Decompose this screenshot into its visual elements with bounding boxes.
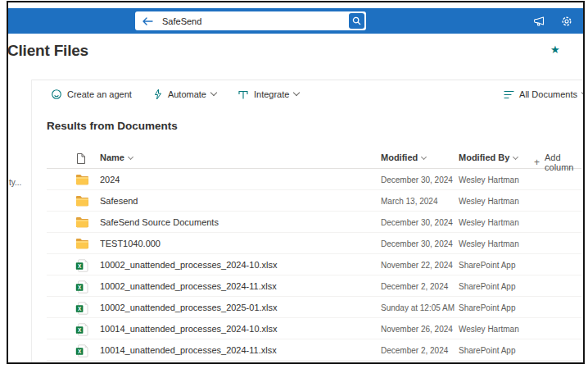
row-name[interactable]: SafeSend Source Documents bbox=[100, 217, 219, 227]
row-modified: December 2, 2024 bbox=[381, 282, 448, 291]
svg-text:X: X bbox=[78, 285, 82, 290]
svg-text:X: X bbox=[78, 327, 82, 333]
search-icon bbox=[352, 16, 361, 25]
row-name[interactable]: 10002_unattended_processes_2025-01.xlsx bbox=[100, 303, 278, 312]
chevron-down-icon bbox=[421, 153, 427, 159]
row-modified: December 30, 2024 bbox=[381, 218, 453, 227]
automate-button[interactable]: Automate bbox=[153, 89, 216, 100]
screenshot-canvas: SafeSend bbox=[0, 0, 588, 387]
sidebar-divider bbox=[31, 80, 32, 362]
integrate-label: Integrate bbox=[254, 89, 289, 99]
results-heading: Results from Documents bbox=[47, 120, 178, 132]
row-modified: December 2, 2024 bbox=[381, 346, 448, 355]
row-modified: March 13, 2024 bbox=[381, 197, 438, 206]
chevron-down-icon bbox=[293, 89, 300, 96]
folder-icon bbox=[75, 238, 89, 249]
table-row[interactable]: X Safesend March 13, 2024 Wesley Hartman bbox=[47, 190, 581, 212]
page-title: Client Files bbox=[7, 42, 88, 60]
svg-text:X: X bbox=[78, 263, 82, 269]
row-name[interactable]: 10014_unattended_processes_2024-11.xlsx bbox=[100, 345, 277, 355]
excel-file-icon: X bbox=[75, 323, 88, 336]
row-name[interactable]: Safesend bbox=[100, 196, 138, 206]
chevron-down-icon bbox=[513, 153, 518, 159]
app-window: SafeSend bbox=[7, 1, 585, 364]
table-header: Name Modified Modified By + Add column bbox=[47, 150, 581, 169]
gear-icon[interactable] bbox=[560, 15, 573, 28]
sidebar-item-truncated[interactable]: ty... bbox=[9, 178, 21, 187]
row-name[interactable]: 10002_unattended_processes_2024-11.xlsx bbox=[100, 281, 277, 291]
documents-table: Name Modified Modified By + Add column bbox=[47, 150, 581, 361]
row-modified-by: Wesley Hartman bbox=[459, 218, 519, 227]
create-agent-label: Create an agent bbox=[67, 89, 132, 99]
folder-icon bbox=[75, 174, 89, 185]
excel-file-icon: X bbox=[75, 344, 88, 357]
row-modified-by: Wesley Hartman bbox=[459, 239, 519, 248]
view-selector-label: All Documents bbox=[519, 89, 577, 99]
view-selector[interactable]: All Documents bbox=[504, 84, 585, 105]
folder-icon bbox=[75, 216, 89, 228]
table-row[interactable]: X SafeSend Source Documents December 30,… bbox=[47, 212, 581, 233]
row-name[interactable]: 2024 bbox=[100, 175, 120, 184]
column-header-modified-by[interactable]: Modified By bbox=[459, 153, 518, 162]
table-body: X 2024 December 30, 2024 Wesley Hartman … bbox=[47, 169, 581, 361]
svg-text:X: X bbox=[78, 348, 82, 354]
table-row[interactable]: X 10014_unattended_processes_2024-11.xls… bbox=[47, 339, 581, 361]
row-modified: December 30, 2024 bbox=[381, 175, 453, 184]
column-header-name[interactable]: Name bbox=[100, 153, 133, 162]
table-row[interactable]: X 10014_unattended_processes_2024-10.xls… bbox=[47, 318, 581, 339]
row-modified-by: Wesley Hartman bbox=[459, 175, 519, 184]
integrate-icon bbox=[237, 89, 249, 100]
row-name[interactable]: 10014_unattended_processes_2024-10.xlsx bbox=[100, 324, 278, 334]
suite-bar: SafeSend bbox=[8, 8, 583, 34]
suite-bar-icons bbox=[532, 8, 573, 34]
chevron-down-icon bbox=[210, 89, 217, 96]
command-bar: Create an agent Automate Integrate bbox=[51, 84, 299, 105]
automate-flow-icon bbox=[153, 89, 163, 100]
table-row[interactable]: X 2024 December 30, 2024 Wesley Hartman bbox=[47, 169, 581, 190]
chevron-down-icon bbox=[581, 89, 585, 96]
row-modified: December 30, 2024 bbox=[381, 239, 453, 248]
header-divider bbox=[31, 80, 583, 80]
row-modified: November 22, 2024 bbox=[381, 261, 453, 270]
view-filter-icon bbox=[504, 90, 514, 99]
excel-file-icon: X bbox=[75, 302, 88, 315]
svg-text:X: X bbox=[78, 306, 82, 312]
row-modified-by: SharePoint App bbox=[459, 346, 516, 355]
chevron-down-icon bbox=[128, 153, 133, 159]
table-row[interactable]: X TEST1040.000 December 30, 2024 Wesley … bbox=[47, 233, 581, 254]
follow-star-icon[interactable]: ★ bbox=[550, 44, 560, 56]
excel-file-icon: X bbox=[75, 280, 88, 294]
search-button[interactable] bbox=[349, 13, 364, 29]
back-arrow-icon[interactable] bbox=[142, 16, 153, 26]
table-row[interactable]: X 10002_unattended_processes_2024-10.xls… bbox=[47, 254, 581, 275]
automate-label: Automate bbox=[168, 89, 206, 99]
row-modified-by: SharePoint App bbox=[459, 282, 516, 291]
row-modified-by: Wesley Hartman bbox=[459, 325, 519, 334]
plus-icon: + bbox=[534, 157, 540, 168]
megaphone-icon[interactable] bbox=[532, 15, 546, 28]
table-row[interactable]: X 10002_unattended_processes_2024-11.xls… bbox=[47, 275, 581, 297]
folder-icon bbox=[75, 195, 89, 207]
integrate-button[interactable]: Integrate bbox=[237, 89, 299, 100]
row-modified-by: Wesley Hartman bbox=[459, 197, 519, 206]
column-header-modified[interactable]: Modified bbox=[381, 153, 426, 162]
row-modified-by: SharePoint App bbox=[459, 261, 516, 270]
row-modified: November 26, 2024 bbox=[381, 325, 453, 334]
row-name[interactable]: 10002_unattended_processes_2024-10.xlsx bbox=[100, 260, 278, 270]
search-input[interactable]: SafeSend bbox=[162, 16, 201, 26]
table-row[interactable]: X 10002_unattended_processes_2025-01.xls… bbox=[47, 297, 581, 318]
excel-file-icon: X bbox=[75, 259, 88, 272]
row-modified-by: SharePoint App bbox=[459, 303, 516, 312]
agent-icon bbox=[51, 89, 62, 100]
row-name[interactable]: TEST1040.000 bbox=[100, 239, 161, 248]
file-type-column-icon[interactable] bbox=[76, 153, 86, 165]
search-box[interactable]: SafeSend bbox=[135, 11, 366, 30]
create-agent-button[interactable]: Create an agent bbox=[51, 89, 132, 100]
row-modified: Sunday at 12:05 AM bbox=[381, 303, 455, 312]
